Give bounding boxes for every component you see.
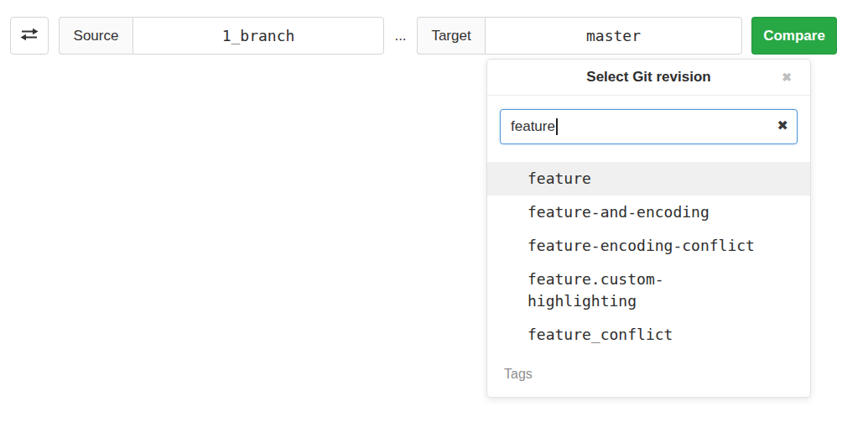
text-caret: [556, 118, 558, 135]
branch-list: feature feature-and-encoding feature-enc…: [487, 162, 810, 352]
search-area: feature ✖: [487, 96, 810, 144]
branch-list-item[interactable]: feature: [487, 162, 810, 196]
search-input-value: feature: [511, 118, 555, 135]
compare-separator: ...: [384, 17, 417, 55]
branch-list-item[interactable]: feature_conflict: [487, 318, 810, 352]
clear-search-icon[interactable]: ✖: [777, 119, 788, 133]
dropdown-header: Select Git revision ✖: [487, 60, 810, 96]
source-branch-input[interactable]: 1_branch: [133, 17, 384, 55]
branch-list-item[interactable]: feature-and-encoding: [487, 196, 810, 229]
target-label: Target: [417, 17, 485, 55]
swap-source-target-button[interactable]: [10, 17, 49, 55]
branch-list-item[interactable]: feature-encoding-conflict: [487, 229, 810, 263]
target-input-group: Target master: [417, 17, 742, 55]
branch-list-item[interactable]: feature.custom-highlighting: [487, 263, 810, 318]
swap-arrows-icon: [18, 24, 40, 47]
source-label: Source: [59, 17, 133, 55]
dropdown-title: Select Git revision: [586, 69, 710, 86]
source-input-group: Source 1_branch: [59, 17, 384, 55]
close-icon[interactable]: ✖: [782, 71, 792, 83]
git-revision-dropdown: Select Git revision ✖ feature ✖ feature …: [486, 59, 811, 398]
compare-button[interactable]: Compare: [751, 17, 837, 55]
revision-search-input[interactable]: feature: [500, 109, 798, 144]
tags-section-label: Tags: [487, 352, 810, 382]
target-branch-input[interactable]: master: [485, 17, 742, 55]
